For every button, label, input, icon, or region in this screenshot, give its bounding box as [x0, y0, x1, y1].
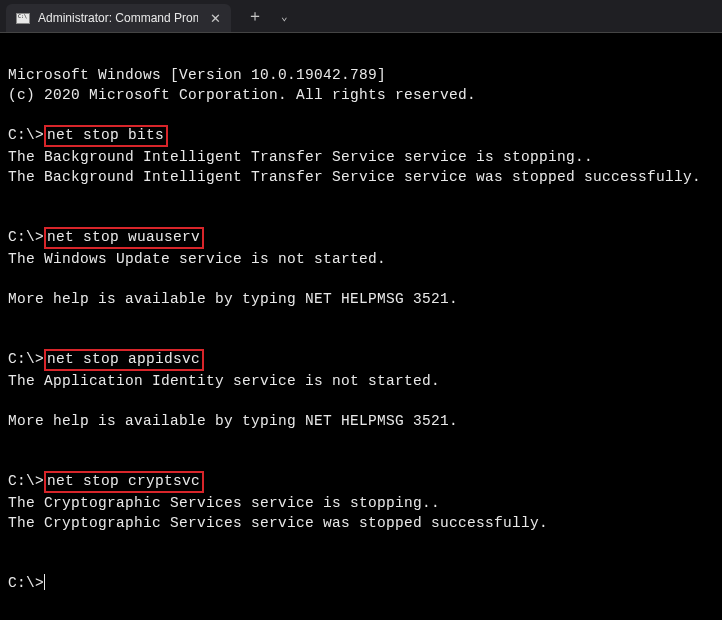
- text-cursor: [44, 574, 45, 590]
- close-icon[interactable]: ✕: [210, 11, 221, 26]
- titlebar: C:\ Administrator: Command Promp ✕ ＋ ⌄: [0, 0, 722, 32]
- version-line: Microsoft Windows [Version 10.0.19042.78…: [8, 67, 386, 83]
- terminal-tab[interactable]: C:\ Administrator: Command Promp ✕: [6, 4, 231, 32]
- prompt: C:\>: [8, 229, 44, 245]
- output-line: The Cryptographic Services service is st…: [8, 495, 440, 511]
- plus-icon[interactable]: ＋: [247, 6, 263, 27]
- command-2: net stop wuauserv: [44, 227, 204, 249]
- prompt: C:\>: [8, 127, 44, 143]
- copyright-line: (c) 2020 Microsoft Corporation. All righ…: [8, 87, 476, 103]
- output-line: More help is available by typing NET HEL…: [8, 291, 458, 307]
- terminal-output[interactable]: Microsoft Windows [Version 10.0.19042.78…: [0, 32, 722, 620]
- command-1: net stop bits: [44, 125, 168, 147]
- prompt: C:\>: [8, 575, 44, 591]
- prompt: C:\>: [8, 351, 44, 367]
- command-4: net stop cryptsvc: [44, 471, 204, 493]
- output-line: The Windows Update service is not starte…: [8, 251, 386, 267]
- prompt: C:\>: [8, 473, 44, 489]
- tab-title: Administrator: Command Promp: [38, 11, 198, 25]
- output-line: The Application Identity service is not …: [8, 373, 440, 389]
- output-line: More help is available by typing NET HEL…: [8, 413, 458, 429]
- chevron-down-icon[interactable]: ⌄: [281, 10, 288, 23]
- output-line: The Background Intelligent Transfer Serv…: [8, 149, 593, 165]
- output-line: The Background Intelligent Transfer Serv…: [8, 169, 701, 185]
- command-3: net stop appidsvc: [44, 349, 204, 371]
- output-line: The Cryptographic Services service was s…: [8, 515, 548, 531]
- cmd-icon: C:\: [16, 13, 30, 24]
